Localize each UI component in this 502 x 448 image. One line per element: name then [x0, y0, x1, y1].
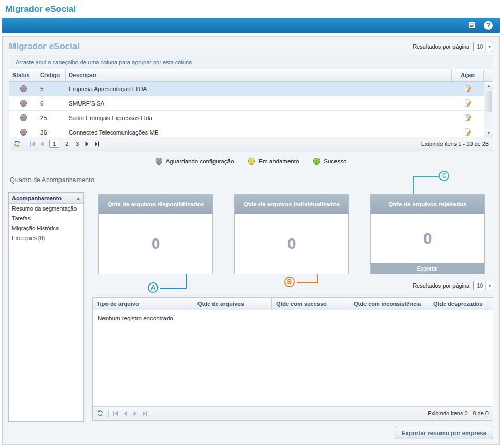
next-page-icon[interactable]: [132, 411, 138, 416]
row-codigo: 5: [37, 86, 66, 92]
card-arquivos-individualizados: Qtde de arquivos individualizados 0: [234, 194, 349, 274]
companies-grid: Arraste aqui o cabeçalho de uma coluna p…: [9, 55, 493, 151]
results-per-page-label: Resultados por página: [413, 282, 469, 289]
row-codigo: 26: [37, 129, 66, 136]
accordion-panel: Acompanhamento ▲ Resumo da segmentação T…: [8, 192, 84, 422]
edit-icon[interactable]: [464, 114, 472, 122]
scroll-up-icon[interactable]: ▲: [484, 82, 493, 89]
status-circle: [20, 114, 27, 121]
column-header-descricao[interactable]: Descrição: [66, 69, 452, 81]
prev-page-icon[interactable]: [39, 141, 45, 147]
column-header-acao[interactable]: Ação: [452, 69, 484, 81]
card-title: Qtde de arquivos rejeitados: [371, 195, 484, 214]
callout-b-line: [297, 282, 318, 283]
card-arquivos-disponibilizados: Qtde de arquivos disponibilizados 0: [98, 194, 213, 274]
card-value: 0: [371, 214, 484, 263]
column-header-qtde-sucesso[interactable]: Qtde com sucesso: [272, 298, 349, 310]
page-size-select[interactable]: 10 ▾: [473, 42, 493, 51]
column-header-codigo[interactable]: Código: [37, 69, 66, 81]
page-number-current[interactable]: 1: [49, 140, 59, 148]
callout-c-line: [413, 176, 439, 177]
card-value: 0: [99, 214, 212, 274]
report-icon[interactable]: [467, 21, 477, 30]
pagination-summary: Exibindo itens 0 - 0 de 0: [428, 410, 489, 416]
pager-separator: [25, 140, 25, 148]
results-per-page-label: Resultados por página: [413, 43, 469, 50]
callout-c-line: [413, 176, 414, 194]
table-row[interactable]: 25 Saitor Entregas Expressas Ltda: [9, 111, 484, 125]
vertical-scrollbar[interactable]: ▲ ▼: [484, 82, 493, 137]
export-resumo-button[interactable]: Exportar resumo por empresa: [395, 427, 493, 439]
refresh-icon[interactable]: [13, 140, 21, 147]
files-table-header: Tipo de arquivo Qtde de arquivos Qtde co…: [93, 298, 493, 310]
scroll-down-icon[interactable]: ▼: [484, 129, 493, 137]
row-descricao: SMURF'S SA: [66, 100, 452, 107]
page-number-3[interactable]: 3: [74, 140, 80, 147]
first-page-icon[interactable]: [29, 141, 35, 147]
accordion-header[interactable]: Acompanhamento ▲: [9, 193, 83, 204]
table-row[interactable]: 26 Connected Telecomunicações ME: [9, 125, 484, 137]
callout-b: B: [284, 277, 295, 287]
legend-label: Sucesso: [324, 158, 346, 165]
legend-dot-andamento: [248, 158, 255, 165]
legend-dot-sucesso: [313, 158, 320, 165]
legend-item-sucesso: Sucesso: [313, 158, 346, 165]
status-circle: [20, 85, 27, 92]
empty-message: Nenhum registro encontrado.: [93, 310, 493, 406]
dropdown-arrow-icon: ▾: [485, 281, 493, 290]
status-legend: Aguardando configuração Em andamento Suc…: [3, 151, 499, 169]
column-header-qtde-desprezados[interactable]: Qtde desprezados: [429, 298, 493, 310]
column-header-status[interactable]: Status: [9, 69, 37, 81]
pager-separator: [108, 409, 109, 417]
status-circle: [20, 129, 27, 136]
legend-item-andamento: Em andamento: [248, 158, 299, 165]
legend-label: Em andamento: [258, 158, 299, 165]
edit-icon[interactable]: [464, 128, 472, 136]
files-table-pagination: Exibindo itens 0 - 0 de 0: [93, 406, 493, 420]
toolbar: ?: [2, 18, 500, 33]
edit-icon[interactable]: [464, 99, 472, 107]
next-page-icon[interactable]: [84, 141, 90, 147]
scrollbar-thumb[interactable]: [485, 91, 492, 112]
row-descricao: Connected Telecomunicações ME: [66, 129, 452, 136]
row-descricao: Empresa Apresentação LTDA: [66, 86, 452, 92]
files-table: Tipo de arquivo Qtde de arquivos Qtde co…: [92, 297, 493, 421]
last-page-icon[interactable]: [94, 141, 100, 147]
page-size-select[interactable]: 10 ▾: [473, 281, 493, 290]
column-header-qtde-inconsistencia[interactable]: Qtde com inconsistência: [349, 298, 429, 310]
prev-page-icon[interactable]: [123, 411, 128, 416]
sidebar-item-tarefas[interactable]: Tarefas: [9, 214, 83, 223]
first-page-icon[interactable]: [113, 411, 118, 416]
page-size-value: 10: [477, 43, 483, 50]
results-per-page-files: Resultados por página 10 ▾: [413, 281, 493, 290]
column-header-qtde-arquivos[interactable]: Qtde de arquivos: [193, 298, 272, 310]
exportar-button[interactable]: Exportar: [371, 263, 484, 274]
grid-pagination: 1 2 3 Exibindo itens 1 - 10 de 23: [9, 137, 493, 151]
dropdown-arrow-icon: ▾: [485, 42, 493, 51]
table-row[interactable]: 6 SMURF'S SA: [9, 96, 484, 111]
legend-label: Aguardando configuração: [166, 158, 234, 165]
sidebar-item-resumo-segmentacao[interactable]: Resumo da segmentação: [9, 204, 83, 214]
card-title: Qtde de arquivos individualizados: [235, 195, 348, 214]
row-codigo: 25: [37, 115, 66, 121]
refresh-icon[interactable]: [97, 410, 104, 417]
last-page-icon[interactable]: [142, 411, 148, 416]
page-title: Migrador eSocial: [9, 41, 80, 52]
callout-a-line: [160, 288, 187, 289]
legend-dot-aguardando: [156, 158, 162, 165]
callout-a-line: [186, 274, 187, 289]
sidebar-item-migracao-historica[interactable]: Migração Histórica: [9, 223, 83, 233]
pagination-summary: Exibindo itens 1 - 10 de 23: [421, 141, 489, 147]
sidebar-item-excecoes[interactable]: Exceções (0): [9, 233, 83, 243]
tracking-section: Quadro de Acompanhamento Acompanhamento …: [3, 169, 499, 442]
page-size-value: 10: [477, 282, 483, 289]
card-arquivos-rejeitados: Qtde de arquivos rejeitados 0 Exportar: [370, 194, 485, 274]
edit-icon[interactable]: [464, 85, 472, 93]
group-by-bar[interactable]: Arraste aqui o cabeçalho de uma coluna p…: [9, 55, 493, 69]
column-header-tipo-arquivo[interactable]: Tipo de arquivo: [93, 298, 193, 310]
grid-header-row: Status Código Descrição Ação: [9, 69, 493, 82]
page-number-2[interactable]: 2: [64, 140, 70, 147]
help-icon[interactable]: ?: [484, 21, 493, 30]
row-descricao: Saitor Entregas Expressas Ltda: [66, 115, 452, 121]
table-row[interactable]: 5 Empresa Apresentação LTDA: [9, 82, 484, 96]
